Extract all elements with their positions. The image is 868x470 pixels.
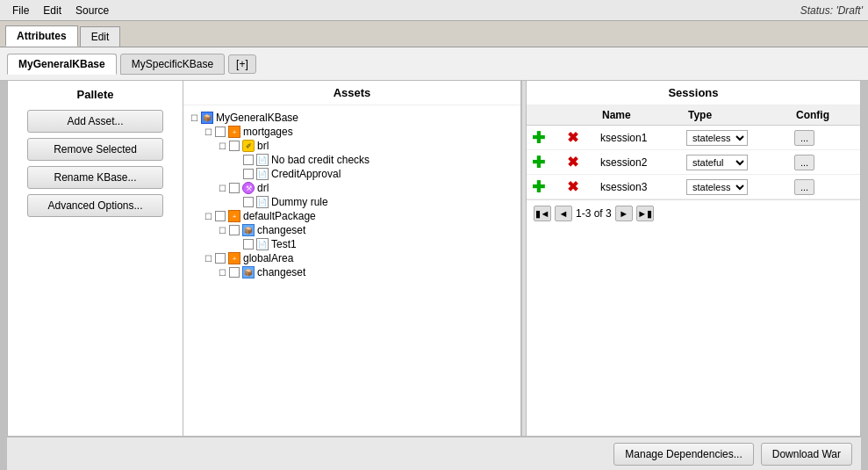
- label-globalarea[interactable]: globalArea: [243, 252, 293, 264]
- toggle-mortgages[interactable]: ☐: [203, 127, 213, 137]
- remove-icon-1[interactable]: ✖: [567, 130, 578, 145]
- kbase-tab-general[interactable]: MyGeneralKBase: [7, 54, 117, 75]
- menubar: File Edit Source Status: 'Draft': [0, 0, 868, 21]
- cb-dummyrule[interactable]: [243, 197, 254, 207]
- session-config-1[interactable]: ...: [789, 126, 860, 150]
- toggle-defaultpackage[interactable]: ☐: [203, 211, 213, 221]
- cb-changeset1[interactable]: [229, 225, 240, 235]
- menu-source[interactable]: Source: [68, 3, 116, 18]
- remove-icon-3[interactable]: ✖: [567, 179, 578, 194]
- bottom-bar: Manage Dependencies... Download War: [7, 437, 861, 470]
- session-type-select-3[interactable]: stateless stateful: [686, 179, 748, 195]
- tree-node-test1: ☐ 📄 Test1: [189, 237, 515, 251]
- download-war-button[interactable]: Download War: [761, 443, 852, 466]
- col-type: Type: [681, 105, 789, 126]
- icon-kbase-root: 📦: [201, 112, 213, 124]
- session-type-1[interactable]: stateless stateful: [681, 126, 789, 150]
- page-next-btn[interactable]: ►: [615, 206, 633, 221]
- add-icon-2[interactable]: ✚: [532, 154, 545, 171]
- col-name: Name: [595, 105, 681, 126]
- pallete-title: Pallete: [77, 88, 114, 101]
- page-info: 1-3 of 3: [576, 207, 612, 220]
- kbase-tab-specific[interactable]: MySpecificKBase: [120, 54, 225, 75]
- tree-node-globalarea: ☐ + globalArea: [189, 251, 515, 265]
- session-config-2[interactable]: ...: [789, 150, 860, 175]
- tree-node-defaultpackage: ☐ + defaultPackage: [189, 209, 515, 223]
- label-defaultpackage[interactable]: defaultPackage: [243, 210, 316, 222]
- label-nocredit[interactable]: No bad credit checks: [271, 154, 369, 166]
- icon-mortgages: +: [228, 126, 240, 138]
- remove-btn-2[interactable]: ✖: [562, 150, 594, 175]
- panels-wrapper: Pallete Add Asset... Remove Selected Ren…: [7, 81, 861, 437]
- toggle-drl[interactable]: ☐: [217, 183, 227, 193]
- add-btn-2[interactable]: ✚: [527, 150, 562, 175]
- cb-mortgages[interactable]: [215, 127, 226, 137]
- session-name-1: ksession1: [595, 126, 681, 150]
- sessions-panel: Sessions Name Type Config ✚ ✖: [527, 81, 860, 436]
- add-asset-button[interactable]: Add Asset...: [27, 110, 163, 133]
- remove-btn-1[interactable]: ✖: [562, 126, 594, 150]
- toggle-changeset2[interactable]: ☐: [217, 267, 227, 278]
- add-icon-3[interactable]: ✚: [532, 178, 545, 196]
- remove-selected-button[interactable]: Remove Selected: [27, 138, 163, 161]
- table-row: ✚ ✖ ksession2 stateless stateful ...: [527, 150, 860, 175]
- icon-changeset2: 📦: [242, 266, 255, 278]
- session-type-select-1[interactable]: stateless stateful: [686, 130, 748, 146]
- page-first-btn[interactable]: ▮◄: [534, 206, 551, 221]
- table-row: ✚ ✖ ksession1 stateless stateful ...: [527, 126, 860, 150]
- label-creditapproval[interactable]: CreditApproval: [271, 168, 341, 180]
- advanced-options-button[interactable]: Advanced Options...: [27, 194, 163, 217]
- session-type-3[interactable]: stateless stateful: [681, 175, 789, 199]
- session-type-select-2[interactable]: stateless stateful: [686, 155, 748, 170]
- page-prev-btn[interactable]: ◄: [555, 206, 572, 221]
- icon-globalarea: +: [228, 252, 240, 264]
- label-root[interactable]: MyGeneralKBase: [216, 112, 298, 124]
- cb-drl[interactable]: [229, 183, 240, 193]
- label-test1[interactable]: Test1: [271, 238, 297, 250]
- config-btn-3[interactable]: ...: [794, 179, 814, 195]
- cb-creditapproval[interactable]: [243, 169, 254, 179]
- tree-node-dummyrule: ☐ 📄 Dummy rule: [189, 195, 515, 209]
- toggle-brl[interactable]: ☐: [217, 141, 227, 151]
- session-type-2[interactable]: stateless stateful: [681, 150, 789, 175]
- label-changeset2[interactable]: changeset: [257, 266, 305, 278]
- sessions-table-header: Name Type Config: [527, 105, 860, 126]
- rename-kbase-button[interactable]: Rename KBase...: [27, 166, 163, 189]
- toggle-root[interactable]: ☐: [189, 112, 199, 123]
- assets-title: Assets: [183, 81, 520, 105]
- cb-defaultpackage[interactable]: [215, 211, 226, 221]
- label-brl[interactable]: brl: [257, 140, 269, 152]
- add-icon-1[interactable]: ✚: [532, 129, 545, 147]
- remove-icon-2[interactable]: ✖: [567, 155, 578, 170]
- label-changeset1[interactable]: changeset: [257, 224, 305, 236]
- cb-test1[interactable]: [243, 239, 254, 249]
- session-config-3[interactable]: ...: [789, 175, 860, 199]
- session-name-2: ksession2: [595, 150, 681, 175]
- toggle-changeset1[interactable]: ☐: [217, 225, 227, 235]
- cb-nocredit[interactable]: [243, 155, 254, 165]
- sessions-table: Name Type Config ✚ ✖ ksession1 stateless: [527, 105, 860, 199]
- kbase-tab-add[interactable]: [+]: [228, 54, 256, 74]
- label-dummyrule[interactable]: Dummy rule: [271, 196, 328, 208]
- col-remove: [562, 105, 594, 126]
- remove-btn-3[interactable]: ✖: [562, 175, 594, 199]
- add-btn-3[interactable]: ✚: [527, 175, 562, 199]
- tab-edit[interactable]: Edit: [80, 26, 121, 47]
- toggle-globalarea[interactable]: ☐: [203, 253, 213, 264]
- assets-tree[interactable]: ☐ 📦 MyGeneralKBase ☐ + mortgages ☐ ✐ brl: [183, 105, 520, 436]
- manage-dependencies-button[interactable]: Manage Dependencies...: [613, 443, 753, 466]
- config-btn-2[interactable]: ...: [794, 155, 814, 170]
- icon-dummyrule: 📄: [256, 196, 269, 208]
- cb-brl[interactable]: [229, 141, 240, 151]
- label-drl[interactable]: drl: [257, 182, 269, 194]
- add-btn-1[interactable]: ✚: [527, 126, 562, 150]
- cb-globalarea[interactable]: [215, 253, 226, 264]
- page-last-btn[interactable]: ►▮: [636, 206, 654, 221]
- cb-changeset2[interactable]: [229, 267, 240, 278]
- tab-attributes[interactable]: Attributes: [5, 25, 78, 47]
- menu-edit[interactable]: Edit: [36, 3, 68, 18]
- menu-file[interactable]: File: [5, 3, 36, 18]
- label-mortgages[interactable]: mortgages: [243, 126, 293, 138]
- icon-nocredit: 📄: [256, 154, 269, 166]
- config-btn-1[interactable]: ...: [794, 130, 814, 146]
